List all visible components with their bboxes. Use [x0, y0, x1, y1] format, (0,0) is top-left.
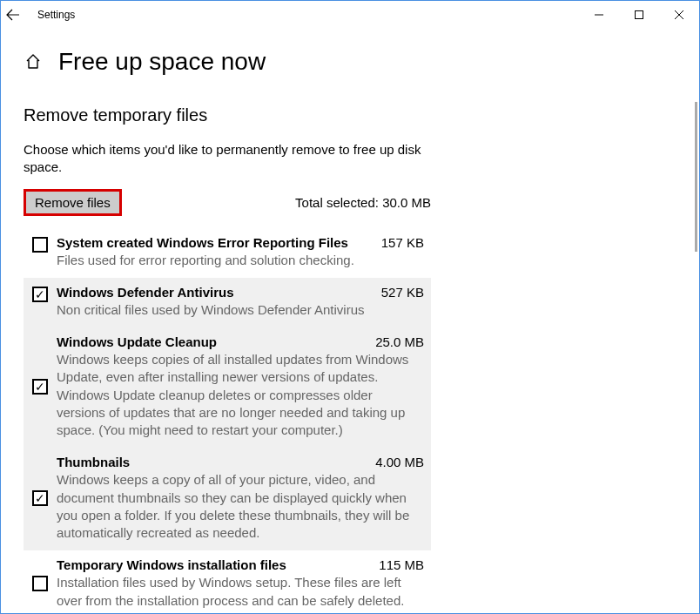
window-title: Settings [37, 9, 75, 21]
checkbox-wrap: ✓ [27, 334, 53, 439]
intro-text: Choose which items you'd like to permane… [24, 141, 431, 177]
item-title: Thumbnails [57, 455, 130, 469]
check-icon: ✓ [35, 288, 45, 300]
item-desc: Non critical files used by Windows Defen… [57, 301, 424, 319]
checkbox-wrap [27, 557, 53, 610]
title-bar: Settings [1, 1, 699, 29]
window-controls [579, 1, 699, 29]
minimize-button[interactable] [579, 1, 619, 29]
item-body: Temporary Windows installation files115 … [53, 557, 424, 610]
section-title: Remove temporary files [24, 105, 431, 125]
checkbox-wrap [27, 235, 53, 269]
item-desc: Files used for error reporting and solut… [57, 252, 424, 269]
item-head: Windows Update Cleanup25.0 MB [57, 334, 424, 349]
item-title: Temporary Windows installation files [57, 557, 286, 572]
item-body: Windows Update Cleanup25.0 MBWindows kee… [53, 334, 424, 439]
item-title: Windows Update Cleanup [57, 334, 217, 349]
item-size: 115 MB [379, 557, 424, 572]
remove-files-button[interactable]: Remove files [24, 189, 122, 216]
item-title: System created Windows Error Reporting F… [57, 235, 348, 250]
item-size: 527 KB [381, 285, 424, 300]
item-desc: Windows keeps copies of all installed up… [57, 351, 424, 439]
item-body: Thumbnails4.00 MBWindows keeps a copy of… [53, 455, 424, 542]
home-icon[interactable] [24, 52, 43, 71]
item-title: Windows Defender Antivirus [57, 285, 234, 300]
list-item[interactable]: ✓Windows Update Cleanup25.0 MBWindows ke… [24, 327, 431, 448]
item-list: System created Windows Error Reporting F… [24, 228, 431, 615]
settings-window: Settings Free up space now Remove tempor… [0, 0, 700, 614]
item-head: Thumbnails4.00 MB [57, 455, 424, 469]
checkbox[interactable] [32, 576, 48, 591]
item-desc: Installation files used by Windows setup… [57, 574, 424, 610]
checkbox-wrap: ✓ [27, 455, 53, 542]
maximize-button[interactable] [619, 1, 659, 29]
list-item[interactable]: ✓Thumbnails4.00 MBWindows keeps a copy o… [24, 448, 431, 550]
item-head: Temporary Windows installation files115 … [57, 557, 424, 572]
back-button[interactable] [6, 8, 30, 22]
total-selected: Total selected: 30.0 MB [295, 195, 431, 210]
item-desc: Windows keeps a copy of all of your pict… [57, 471, 424, 542]
list-item[interactable]: ✓Windows Defender Antivirus527 KBNon cri… [24, 278, 431, 327]
checkbox[interactable]: ✓ [32, 287, 48, 302]
action-row: Remove files Total selected: 30.0 MB [24, 189, 431, 216]
item-body: System created Windows Error Reporting F… [53, 235, 424, 269]
item-body: Windows Defender Antivirus527 KBNon crit… [53, 285, 424, 319]
list-item[interactable]: Temporary Windows installation files115 … [24, 550, 431, 614]
item-head: System created Windows Error Reporting F… [57, 235, 424, 250]
checkbox-wrap: ✓ [27, 285, 53, 319]
scrollbar-thumb[interactable] [695, 102, 697, 252]
item-head: Windows Defender Antivirus527 KB [57, 285, 424, 300]
checkbox[interactable]: ✓ [32, 490, 48, 506]
item-size: 157 KB [381, 235, 424, 250]
content: Remove temporary files Choose which item… [24, 105, 431, 614]
close-button[interactable] [659, 1, 699, 29]
page-title: Free up space now [58, 48, 266, 76]
page-header: Free up space now [24, 48, 699, 76]
check-icon: ✓ [35, 381, 45, 393]
item-size: 25.0 MB [375, 334, 424, 349]
list-item[interactable]: System created Windows Error Reporting F… [24, 228, 431, 278]
check-icon: ✓ [35, 492, 45, 504]
checkbox[interactable]: ✓ [32, 379, 48, 395]
item-size: 4.00 MB [375, 455, 424, 469]
checkbox[interactable] [32, 237, 48, 253]
svg-rect-1 [636, 11, 643, 19]
